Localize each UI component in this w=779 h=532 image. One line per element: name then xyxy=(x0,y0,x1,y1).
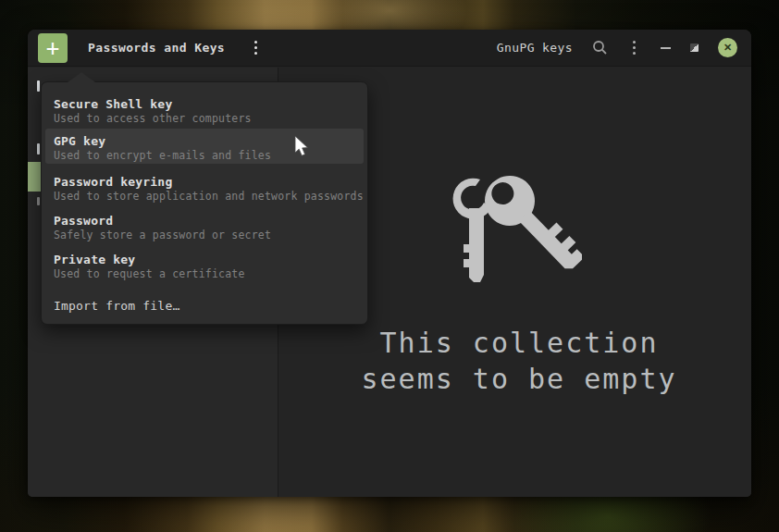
popover-arrow xyxy=(68,72,95,82)
menu-item-subtitle: Used to access other computers xyxy=(54,113,355,125)
primary-menu-icon[interactable] xyxy=(249,35,263,60)
menu-item-subtitle: Used to request a certificate xyxy=(54,268,355,280)
minimize-button[interactable] xyxy=(661,47,671,49)
keys-icon xyxy=(443,164,582,293)
menu-item-title: Secure Shell key xyxy=(54,96,355,112)
menu-item-import-from-file[interactable]: Import from file… xyxy=(45,291,364,319)
window-title: Passwords and Keys xyxy=(88,41,225,55)
clipped-sidebar-item xyxy=(37,197,40,205)
app-menu-icon[interactable] xyxy=(627,35,641,60)
close-button[interactable]: ✕ xyxy=(718,38,737,57)
collection-label: GnuPG keys xyxy=(497,41,573,55)
new-item-button[interactable]: + xyxy=(38,33,68,63)
clipped-sidebar-heading-2 xyxy=(37,143,40,155)
menu-item-private-key[interactable]: Private key Used to request a certificat… xyxy=(45,245,364,284)
menu-item-title: Password xyxy=(54,213,355,229)
menu-item-subtitle: Safely store a password or secret xyxy=(54,229,355,241)
clipped-sidebar-heading-1 xyxy=(37,80,40,92)
menu-item-password[interactable]: Password Safely store a password or secr… xyxy=(45,206,364,245)
menu-item-password-keyring[interactable]: Password keyring Used to store applicati… xyxy=(45,167,364,206)
menu-item-title: GPG key xyxy=(54,133,355,149)
menu-item-subtitle: Used to encrypt e-mails and files xyxy=(54,150,355,162)
empty-state-text: This collection seems to be empty xyxy=(325,325,713,397)
menu-item-title: Import from file… xyxy=(54,298,355,314)
menu-item-title: Password keyring xyxy=(54,174,355,190)
menu-item-secure-shell-key[interactable]: Secure Shell key Used to access other co… xyxy=(45,90,364,129)
menu-item-subtitle: Used to store application and network pa… xyxy=(54,191,355,203)
new-item-popover: Secure Shell key Used to access other co… xyxy=(41,81,368,325)
search-icon[interactable] xyxy=(592,40,608,56)
maximize-button[interactable] xyxy=(690,43,699,52)
menu-item-gpg-key[interactable]: GPG key Used to encrypt e-mails and file… xyxy=(45,129,364,164)
passwords-and-keys-window: + Passwords and Keys GnuPG keys ✕ xyxy=(28,30,751,497)
headerbar: + Passwords and Keys GnuPG keys ✕ xyxy=(28,30,751,67)
menu-item-title: Private key xyxy=(54,252,355,267)
